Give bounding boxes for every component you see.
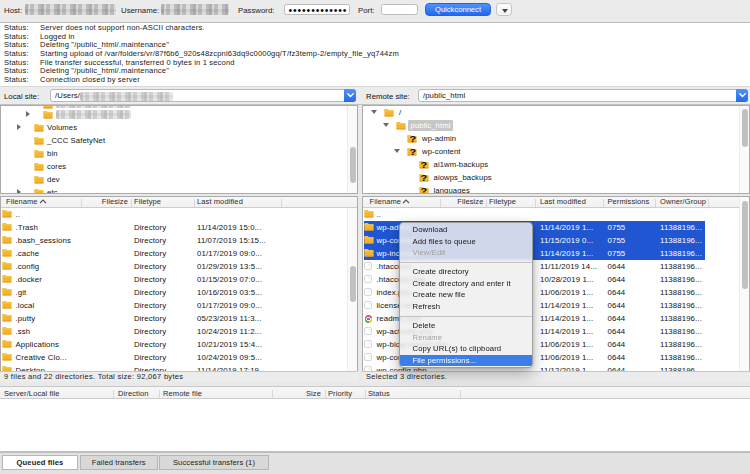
tree-item--CCC-SafetyNet[interactable]: _CCC SafetyNet (1, 134, 347, 147)
filetype-cell: Directory (134, 312, 166, 325)
tree-item-redacted[interactable] (1, 108, 347, 121)
tree-item-dev[interactable]: dev (1, 173, 347, 186)
tree-item-Volumes[interactable]: Volumes (1, 121, 347, 134)
column-header-filetype[interactable]: Filetype (489, 197, 516, 207)
column-header-filename[interactable]: Filename (370, 197, 411, 207)
column-header-owner-group[interactable]: Owner/Group (660, 197, 706, 207)
expander-expanded-icon[interactable] (371, 109, 377, 116)
remote-site-combo[interactable]: /public_html (418, 89, 748, 102)
column-divider[interactable] (365, 390, 366, 399)
column-header-filesize[interactable]: Filesize (102, 197, 128, 207)
tree-item-cores[interactable]: cores (1, 160, 347, 173)
menu-item-delete[interactable]: Delete (400, 320, 532, 332)
column-divider[interactable] (272, 390, 273, 399)
file-row--git[interactable]: .gitDirectory10/16/2019 03:5... (1, 286, 357, 299)
menu-item-file-permissions-[interactable]: File permissions... (400, 355, 532, 367)
tree-item-ai1wm-backups[interactable]: ?ai1wm-backups (363, 158, 739, 171)
local-list-scrollbar-thumb[interactable] (350, 266, 356, 302)
menu-item-copy-url-s-to-clipboard[interactable]: Copy URL(s) to clipboard (400, 343, 532, 355)
file-row--Trash[interactable]: .TrashDirectory11/14/2019 15:0... (1, 221, 357, 234)
file-row-Applications[interactable]: ApplicationsDirectory10/21/2019 15:4... (1, 338, 357, 351)
quickconnect-button[interactable]: Quickconnect (425, 3, 491, 16)
tree-item-aiowps-backups[interactable]: ?aiowps_backups (363, 171, 739, 184)
file-row-Desktop[interactable]: DesktopDirectory11/14/2019 17:19 (1, 364, 357, 372)
queue-column-status[interactable]: Status (368, 388, 390, 399)
column-header-last-modified[interactable]: Last modified (197, 197, 243, 207)
expander-collapsed-icon[interactable] (26, 111, 32, 118)
column-divider[interactable] (159, 390, 160, 399)
queue-column-remote-file[interactable]: Remote file (163, 388, 202, 399)
column-divider[interactable] (440, 199, 441, 208)
port-input[interactable] (381, 4, 418, 15)
column-divider[interactable] (460, 390, 461, 399)
local-list-scrollbar[interactable] (347, 208, 357, 373)
tree-item-etc[interactable]: etc (1, 186, 347, 193)
password-input[interactable]: ••••••••••••• (284, 4, 350, 15)
column-divider[interactable] (113, 390, 114, 399)
remote-list-scrollbar-thumb[interactable] (742, 201, 748, 289)
file-row--ssh[interactable]: .sshDirectory10/24/2019 11:2... (1, 325, 357, 338)
column-divider[interactable] (603, 199, 604, 208)
username-input[interactable] (161, 4, 229, 15)
column-divider[interactable] (325, 390, 326, 399)
folder-icon (2, 339, 13, 349)
column-divider[interactable] (81, 199, 82, 208)
tree-item--[interactable]: / (363, 106, 739, 119)
column-divider[interactable] (535, 199, 536, 208)
column-header-last-modified[interactable]: Last modified (540, 197, 586, 207)
column-divider[interactable] (708, 199, 709, 208)
tree-item-languages[interactable]: ?languages (363, 184, 739, 193)
tree-item-wp-admin[interactable]: ?wp-admin (363, 132, 739, 145)
local-site-combo[interactable]: /Users/ (50, 89, 356, 102)
menu-item-add-files-to-queue[interactable]: Add files to queue (400, 236, 532, 248)
filename-cell: .git (16, 286, 27, 299)
file-row--cache[interactable]: .cacheDirectory01/17/2019 09:0... (1, 247, 357, 260)
local-tree-scrollbar-thumb[interactable] (350, 147, 356, 183)
file-row--docker[interactable]: .dockerDirectory01/15/2019 07:0... (1, 273, 357, 286)
queue-column-direction[interactable]: Direction (118, 388, 149, 399)
column-divider[interactable] (655, 199, 656, 208)
column-divider[interactable] (194, 199, 195, 208)
tree-item-bin[interactable]: bin (1, 147, 347, 160)
tab-failed-transfers[interactable]: Failed transfers (80, 455, 159, 470)
tree-item-wp-content[interactable]: ?wp-content (363, 145, 739, 158)
host-input[interactable] (25, 4, 116, 15)
remote-tree-scrollbar[interactable] (739, 106, 749, 193)
file-row--local[interactable]: .localDirectory01/17/2019 09:0... (1, 299, 357, 312)
tree-item-public-html[interactable]: public_html (363, 119, 739, 132)
column-divider[interactable] (486, 199, 487, 208)
queue-column-server-local-file[interactable]: Server/Local file (4, 388, 59, 399)
file-row-Creative-Clo-[interactable]: Creative Clo...Directory10/24/2019 09:5.… (1, 351, 357, 364)
column-header-permissions[interactable]: Permissions (608, 197, 650, 207)
tab-successful-transfers-[interactable]: Successful transfers (1) (159, 455, 269, 470)
file-row--config[interactable]: .configDirectory01/29/2019 13:5... (1, 260, 357, 273)
folder-shape (34, 136, 44, 145)
column-header-filename[interactable]: Filename (6, 197, 47, 207)
remote-site-dropdown-button[interactable] (736, 89, 748, 102)
expander-expanded-icon[interactable] (394, 148, 400, 155)
file-row--[interactable]: .. (363, 208, 749, 221)
column-header-filetype[interactable]: Filetype (134, 197, 161, 207)
file-row--putty[interactable]: .puttyDirectory05/23/2019 11:3... (1, 312, 357, 325)
column-header-filesize[interactable]: Filesize (457, 197, 483, 207)
file-row--bash-sessions[interactable]: .bash_sessionsDirectory11/07/2019 15:15.… (1, 234, 357, 247)
file-row--[interactable]: .. (1, 208, 357, 221)
expander-collapsed-icon[interactable] (17, 189, 23, 193)
local-tree-scrollbar[interactable] (347, 106, 357, 193)
tab-queued-files[interactable]: Queued files (2, 455, 78, 470)
queue-column-size[interactable]: Size (306, 388, 321, 399)
expander-expanded-icon[interactable] (383, 122, 389, 129)
remote-tree-scrollbar-thumb[interactable] (742, 109, 748, 147)
menu-item-create-new-file[interactable]: Create new file (400, 289, 532, 301)
column-divider[interactable] (131, 199, 132, 208)
queue-column-priority[interactable]: Priority (328, 388, 352, 399)
menu-item-create-directory-and-enter-it[interactable]: Create directory and enter it (400, 278, 532, 290)
local-site-dropdown-button[interactable] (344, 89, 356, 102)
quickconnect-dropdown-button[interactable] (496, 3, 512, 16)
menu-item-refresh[interactable]: Refresh (400, 301, 532, 313)
menu-item-download[interactable]: Download (400, 224, 532, 236)
expander-collapsed-icon[interactable] (17, 124, 23, 131)
column-divider[interactable] (281, 199, 282, 208)
menu-item-create-directory[interactable]: Create directory (400, 266, 532, 278)
remote-list-scrollbar[interactable] (739, 197, 749, 371)
